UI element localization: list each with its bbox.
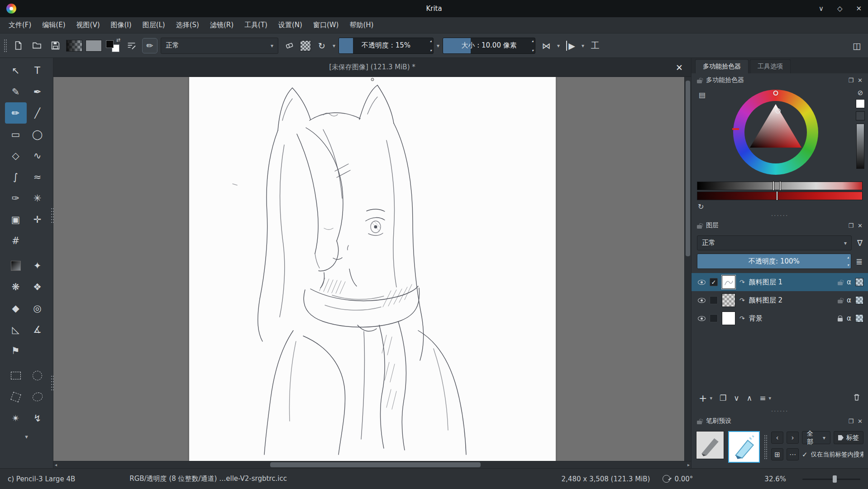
delete-layer-button[interactable] [853,393,861,403]
titlebar[interactable]: Krita ∨ ◇ ✕ [0,0,868,17]
swap-colors-icon[interactable]: ⇄ [116,37,120,43]
layer-visibility-icon[interactable] [698,316,706,321]
measure-tool[interactable]: ∡ [27,319,48,340]
text-tool[interactable]: T [27,60,48,81]
horizontal-scrollbar[interactable]: ◂ ▸ [53,461,691,468]
menu-edit[interactable]: 编辑(E) [37,19,70,32]
transform-tool[interactable]: ▣ [5,209,27,230]
choose-workspace-button[interactable]: ◫ [849,38,864,53]
menu-tools[interactable]: 工具(T) [239,19,272,32]
gradient-tool[interactable] [5,255,27,276]
vertical-scrollbar[interactable] [684,77,691,461]
tag-button[interactable]: 标签 [834,431,863,444]
polygon-select-tool[interactable] [5,386,27,408]
close-docker-icon[interactable]: ✕ [858,418,863,425]
menu-file[interactable]: 文件(F) [4,19,36,32]
calligraphy-tool[interactable]: ✒ [27,81,48,102]
float-docker-icon[interactable]: ❐ [848,222,854,229]
canvas-rotation-value[interactable]: 0.00° [674,475,693,483]
brush-preset-pen-selected[interactable] [728,431,760,463]
mirror-horizontal-button[interactable]: ⋈ [539,38,554,53]
gradient-chooser-button[interactable] [66,40,82,52]
foreground-background-colors[interactable]: ⇄ [105,38,120,53]
brush-preset-chooser-button[interactable]: ✏ [142,38,157,53]
layers-docker-header[interactable]: 图层 ❐ ✕ [692,219,868,232]
wrap-around-caret[interactable]: ▾ [582,43,584,49]
layer-checkbox[interactable] [710,314,718,322]
layer-thumbnail[interactable] [722,275,735,289]
splitter-handle[interactable] [51,375,54,390]
trim-to-image-button[interactable]: 工 [587,38,603,53]
fill-tool[interactable]: ◆ [5,297,27,319]
search-scope-checkbox[interactable]: ✓ [802,451,808,459]
transform-select-tool[interactable]: ↖ [5,60,27,81]
pattern-edit-tool[interactable]: ❋ [5,276,27,297]
canvas-viewport[interactable] [53,77,691,461]
crop-tool[interactable]: # [5,230,27,251]
no-color-icon[interactable]: ⊘ [858,90,863,96]
color-docker-header[interactable]: 多功能拾色器 ❐ ✕ [692,73,868,87]
layer-style-icon[interactable]: ↷ [739,297,745,304]
tab-advanced-color-selector[interactable]: 多功能拾色器 [695,59,749,73]
layer-checkbox[interactable] [710,296,718,304]
layer-unlock-icon[interactable] [838,282,843,285]
previous-color-swatch[interactable] [856,111,865,120]
layer-inherit-alpha-icon[interactable] [855,278,863,286]
opacity-options-caret[interactable]: ▾ [437,43,439,49]
ellipse-select-tool[interactable] [27,365,48,386]
layer-properties-button[interactable]: ≡ [759,393,766,403]
reload-preset-button[interactable]: ↻ [314,38,329,53]
move-layer-down-button[interactable]: ∨ [734,393,739,403]
layer-style-icon[interactable]: ↷ [739,315,745,322]
next-preset-button[interactable]: › [787,431,799,444]
duplicate-layer-button[interactable]: ❐ [720,393,726,403]
docker-resize-handle[interactable]: ······ [692,213,868,219]
layer-unlock-icon[interactable] [838,300,843,303]
layer-thumbnail[interactable] [722,293,735,307]
prev-preset-button[interactable]: ‹ [771,431,783,444]
layer-visibility-icon[interactable] [698,298,706,303]
docker-lock-icon[interactable] [697,80,702,83]
more-options-button[interactable]: ⋯ [787,448,799,460]
layer-alpha-icon[interactable]: α [847,296,851,304]
menu-layer[interactable]: 图层(L) [138,19,170,32]
document-titlebar[interactable]: [未保存图像] (121.3 MiB) * ✕ [53,58,691,77]
document-canvas[interactable] [189,77,556,461]
eraser-mode-button[interactable] [281,38,297,53]
edit-shapes-tool[interactable]: ✎ [5,81,27,102]
bezier-curve-tool[interactable]: ∫ [5,166,27,187]
preserve-alpha-button[interactable] [300,40,311,51]
layer-name[interactable]: 颜料图层 1 [749,278,834,287]
color-wheel[interactable] [733,90,818,175]
freehand-select-tool[interactable] [27,386,48,408]
open-document-button[interactable] [29,38,44,53]
docker-lock-icon[interactable] [697,225,702,229]
horizontal-scrollbar-thumb[interactable] [270,462,481,467]
multibrush-tool[interactable]: ✳ [27,187,48,209]
line-tool[interactable]: ╱ [27,102,48,124]
scroll-right-icon[interactable]: ▸ [687,462,690,467]
menu-select[interactable]: 选择(S) [171,19,204,32]
polyline-tool[interactable]: ∿ [27,145,48,166]
layer-inherit-alpha-icon[interactable] [855,296,863,304]
saturation-strip[interactable] [697,192,863,200]
color-sampler-tool[interactable]: ✦ [27,255,48,276]
mirror-axis-handle[interactable] [371,78,374,81]
save-button[interactable] [48,38,63,53]
move-tool[interactable]: ✛ [27,209,48,230]
dynamic-brush-tool[interactable]: ✑ [5,187,27,209]
zoom-slider-thumb[interactable] [833,475,837,483]
minimize-button[interactable]: ∨ [819,5,824,13]
menu-filter[interactable]: 滤镜(R) [205,19,238,32]
similar-select-tool[interactable]: ✴ [5,408,27,429]
layer-row[interactable]: ↷颜料图层 2α [692,291,868,309]
mirror-horizontal-caret[interactable]: ▾ [557,43,560,49]
layer-options-icon[interactable]: ≣ [856,257,863,266]
polygon-tool[interactable]: ◇ [5,145,27,166]
foreground-color-swatch[interactable] [106,40,114,48]
layer-visibility-icon[interactable] [698,280,706,285]
add-layer-caret[interactable]: ▾ [710,395,712,401]
close-button[interactable]: ✕ [856,5,862,13]
new-document-button[interactable] [10,38,26,53]
current-brush-label[interactable]: c) Pencil-3 Large 4B [8,475,75,483]
